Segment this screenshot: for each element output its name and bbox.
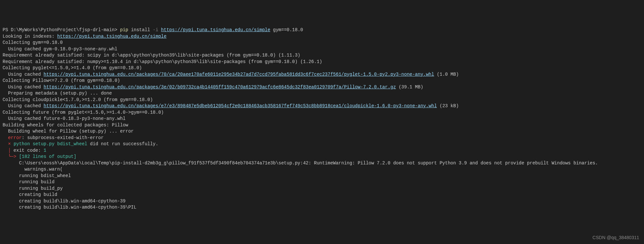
output-line: Collecting gym==0.18.0 [3, 40, 641, 46]
output-lines-count: [182 lines of output] [19, 154, 76, 159]
tree-bar-icon: │ [8, 148, 11, 153]
output-line: C:\Users\eossh\AppData\Local\Temp\pip-in… [3, 160, 641, 167]
failed-command: python setup.py bdist_wheel [14, 141, 87, 147]
output-line: creating build\lib.win-amd64-cpython-39 [3, 198, 641, 205]
output-line: warnings.warn( [3, 166, 641, 173]
output-line: creating build [3, 192, 641, 198]
pillow-link[interactable]: https://pypi.tuna.tsinghua.edu.cn/packag… [44, 84, 396, 90]
output-line: Collecting pyglet<=1.5.0,>=1.4.0 (from g… [3, 65, 641, 71]
output-line: Collecting Pillow<=7.2.0 (from gym==0.18… [3, 78, 641, 84]
output-header-line: ╰─> [182 lines of output] [3, 154, 641, 160]
error-detail-line: × python setup.py bdist_wheel did not ru… [3, 141, 641, 148]
watermark: CSDN @qq_38480311 [593, 235, 639, 241]
output-line: Requirement already satisfied: scipy in … [3, 52, 641, 59]
output-line: Looking in indexes: https://pypi.tuna.ts… [3, 33, 641, 40]
pyglet-link[interactable]: https://pypi.tuna.tsinghua.edu.cn/packag… [44, 72, 434, 77]
terminal-output[interactable]: PS D:\MyWorks\PythonProject\fjsp-drl-mai… [3, 27, 641, 211]
pip-command: pip [120, 27, 128, 32]
tree-end-icon: ╰─> [8, 154, 16, 159]
output-line: running bdist_wheel [3, 173, 641, 179]
error-line: error: subprocess-exited-with-error [3, 135, 641, 141]
output-line: Building wheels for collected packages: … [3, 122, 641, 129]
output-line: Using cached https://pypi.tuna.tsinghua.… [3, 103, 641, 109]
output-line: Preparing metadata (setup.py) ... done [3, 90, 641, 97]
output-line: Collecting cloudpickle<1.7.0,>=1.2.0 (fr… [3, 97, 641, 103]
output-line: Collecting future (from pyglet<=1.5.0,>=… [3, 109, 641, 116]
error-code: subprocess-exited-with-error [27, 135, 104, 140]
output-line: Using cached gym-0.18.0-py3-none-any.whl [3, 46, 641, 53]
output-line: running build [3, 179, 641, 186]
output-line: creating build\lib.win-amd64-cpython-39\… [3, 204, 641, 211]
flag-i: -i [153, 27, 158, 32]
output-line: Building wheel for Pillow (setup.py) ...… [3, 128, 641, 135]
cloudpickle-link[interactable]: https://pypi.tuna.tsinghua.edu.cn/packag… [44, 103, 437, 109]
output-line: Using cached future-0.18.3-py3-none-any.… [3, 116, 641, 122]
cross-icon: × [8, 141, 11, 147]
output-line: Requirement already satisfied: numpy>=1.… [3, 59, 641, 65]
exit-code: 1 [44, 148, 46, 153]
error-label: error [8, 135, 22, 140]
index-url-link[interactable]: https://pypi.tuna.tsinghua.edu.cn/simple [161, 27, 270, 32]
index-link[interactable]: https://pypi.tuna.tsinghua.edu.cn/simple [57, 34, 166, 39]
prompt-path: PS D:\MyWorks\PythonProject\fjsp-drl-mai… [3, 27, 120, 32]
output-line: Using cached https://pypi.tuna.tsinghua.… [3, 71, 641, 78]
exit-code-line: │ exit code: 1 [3, 148, 641, 154]
output-line: running build_py [3, 186, 641, 192]
prompt-line: PS D:\MyWorks\PythonProject\fjsp-drl-mai… [3, 27, 641, 33]
output-line: Using cached https://pypi.tuna.tsinghua.… [3, 84, 641, 91]
